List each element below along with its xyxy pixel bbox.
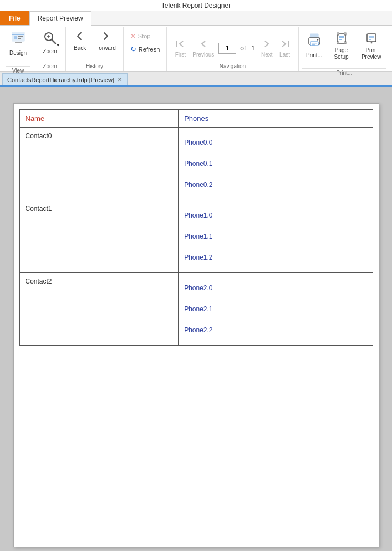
history-group-label: History: [69, 62, 120, 71]
forward-icon: [99, 30, 111, 44]
app-title: Telerik Report Designer: [161, 2, 231, 9]
refresh-icon: ↻: [130, 45, 136, 53]
stop-refresh-group-label: [127, 62, 164, 71]
table-header-row: Name Phones: [19, 110, 373, 128]
stop-button[interactable]: ✕ Stop: [127, 31, 154, 42]
next-label: Next: [261, 52, 273, 58]
zoom-group-content: ▼ Zoom: [38, 27, 62, 60]
contact-0-name: Contact0: [26, 132, 52, 140]
svg-line-7: [52, 40, 56, 44]
print-preview-icon: [365, 32, 378, 46]
refresh-label: Refresh: [139, 46, 160, 53]
zoom-icon: [42, 30, 58, 46]
back-label: Back: [74, 45, 86, 52]
svg-rect-24: [344, 33, 346, 35]
report-page: Name Phones Contact0 Phone0.0 Phone0.1 P…: [13, 103, 379, 547]
print-group-label: Print...: [302, 68, 386, 78]
design-button[interactable]: Design: [6, 27, 30, 65]
phones-2-cell: Phone2.0 Phone2.1 Phone2.2: [179, 273, 373, 346]
stop-icon: ✕: [130, 32, 136, 40]
ribbon-toolbar: Design View ▼ Zo: [0, 26, 392, 71]
ribbon-group-view: Design View: [2, 27, 34, 71]
phone-2-2: Phone2.2: [184, 320, 366, 341]
zoom-button[interactable]: ▼ Zoom: [38, 27, 62, 58]
phone-2-0: Phone2.0: [184, 277, 366, 299]
zoom-icon-wrap: ▼: [42, 30, 58, 47]
first-label: First: [175, 52, 186, 58]
document-tab-label: ContactsReportHierarchy.trdp [Preview]: [7, 77, 114, 83]
phone-2-1: Phone2.1: [184, 299, 366, 320]
phones-0-cell: Phone0.0 Phone0.1 Phone0.2: [179, 128, 373, 200]
contact-2-name: Contact2: [26, 277, 52, 285]
back-button[interactable]: Back: [69, 27, 90, 54]
print-preview-label: Print Preview: [360, 47, 383, 60]
page-number-input[interactable]: [218, 43, 236, 54]
svg-rect-3: [18, 36, 23, 37]
forward-button[interactable]: Forward: [91, 27, 120, 54]
last-icon: [280, 39, 290, 50]
report-table: Name Phones Contact0 Phone0.0 Phone0.1 P…: [19, 109, 373, 346]
svg-rect-4: [18, 38, 21, 39]
zoom-label: Zoom: [43, 48, 57, 55]
svg-rect-26: [344, 42, 346, 44]
content-area: Name Phones Contact0 Phone0.0 Phone0.1 P…: [0, 87, 392, 551]
page-setup-button[interactable]: Page Setup: [328, 29, 355, 63]
stop-label: Stop: [138, 33, 151, 39]
phone-0-0: Phone0.0: [184, 132, 366, 153]
phone-0-2: Phone0.2: [184, 174, 366, 195]
print-button[interactable]: Print...: [302, 29, 327, 67]
ribbon-group-history: Back Forward History: [66, 27, 124, 71]
phone-1-2: Phone1.2: [184, 247, 366, 268]
ribbon-group-print: Print...: [299, 27, 390, 71]
back-icon: [74, 30, 86, 44]
of-label: of: [238, 44, 247, 52]
navigation-group-content: First Previous of 1: [172, 27, 292, 60]
print-label: Print...: [306, 52, 322, 59]
previous-icon: [198, 39, 208, 50]
next-button[interactable]: Next: [259, 37, 275, 60]
contact-1-cell: Contact1: [19, 200, 179, 273]
table-row: Contact1 Phone1.0 Phone1.1 Phone1.2: [19, 200, 373, 273]
document-tab-close[interactable]: ✕: [117, 77, 123, 83]
ribbon: File Report Preview: [0, 11, 392, 72]
last-label: Last: [279, 52, 290, 58]
svg-point-18: [317, 39, 318, 40]
table-row: Contact2 Phone2.0 Phone2.1 Phone2.2: [19, 273, 373, 346]
svg-rect-14: [310, 38, 318, 39]
contact-2-cell: Contact2: [19, 273, 179, 346]
phone-0-1: Phone0.1: [184, 153, 366, 174]
tab-report-preview[interactable]: Report Preview: [29, 11, 91, 26]
phone-1-1: Phone1.1: [184, 226, 366, 247]
zoom-group-label: Zoom: [38, 62, 62, 71]
svg-rect-23: [337, 33, 339, 35]
header-name-cell: Name: [19, 110, 179, 128]
contact-0-cell: Contact0: [19, 128, 179, 200]
print-icon: [307, 32, 322, 50]
first-button[interactable]: First: [172, 37, 188, 60]
svg-rect-25: [337, 42, 339, 44]
contact-1-name: Contact1: [26, 205, 52, 213]
ribbon-group-navigation: First Previous of 1: [167, 27, 298, 71]
print-preview-button[interactable]: Print Preview: [356, 29, 386, 63]
svg-rect-16: [312, 43, 317, 44]
design-icon: [11, 30, 26, 48]
phone-1-0: Phone1.0: [184, 205, 366, 226]
svg-rect-17: [312, 44, 315, 46]
page-setup-icon: [335, 32, 348, 46]
previous-button[interactable]: Previous: [190, 37, 216, 60]
svg-rect-2: [14, 36, 17, 39]
total-pages: 1: [250, 44, 257, 52]
previous-label: Previous: [192, 52, 214, 58]
view-group-content: Design: [6, 27, 30, 65]
document-tab[interactable]: ContactsReportHierarchy.trdp [Preview] ✕: [2, 73, 128, 85]
page-setup-label: Page Setup: [332, 47, 352, 60]
title-bar: Telerik Report Designer: [0, 0, 392, 11]
next-icon: [262, 39, 272, 50]
tab-file[interactable]: File: [0, 11, 29, 25]
zoom-dropdown-arrow: ▼: [56, 43, 60, 47]
history-group-content: Back Forward: [69, 27, 120, 60]
stop-refresh-content: ✕ Stop ↻ Refresh: [127, 27, 164, 62]
last-button[interactable]: Last: [277, 37, 293, 60]
refresh-button[interactable]: ↻ Refresh: [127, 43, 164, 55]
forward-label: Forward: [95, 45, 116, 52]
